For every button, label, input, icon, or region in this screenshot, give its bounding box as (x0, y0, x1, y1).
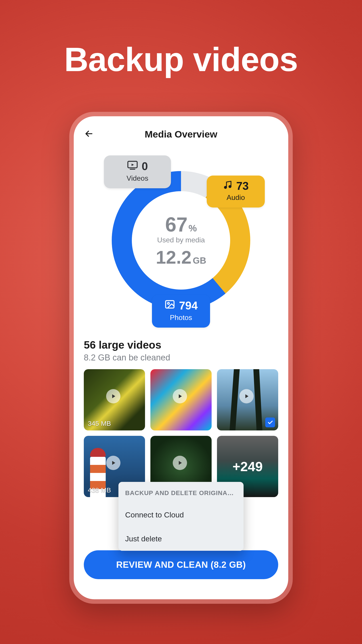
play-icon (239, 389, 254, 404)
category-card-photos[interactable]: 794 Photos (152, 295, 210, 328)
section-title: 56 large videos (84, 339, 278, 351)
photos-count: 794 (179, 299, 198, 312)
usage-total-value: 12.2 (156, 247, 192, 268)
videos-count: 0 (142, 160, 148, 173)
video-thumb[interactable]: 345 MB (84, 369, 145, 430)
media-usage-chart: 67% Used by media 12.2GB 0 Videos (74, 146, 288, 325)
video-thumb[interactable] (150, 369, 212, 430)
photo-icon (164, 299, 175, 312)
audio-label: Audio (227, 194, 245, 202)
svg-point-2 (229, 186, 231, 188)
usage-percent-value: 67 (165, 213, 187, 236)
review-clean-button[interactable]: REVIEW AND CLEAN (8.2 GB) (84, 550, 278, 579)
app-screen: Media Overview 67% Used by media 12.2GB (74, 116, 288, 599)
percent-sign: % (188, 223, 197, 234)
context-menu-title: BACKUP AND DELETE ORIGINAL… (118, 482, 244, 503)
context-menu: BACKUP AND DELETE ORIGINAL… Connect to C… (118, 482, 244, 551)
usage-total-unit: GB (193, 256, 206, 266)
audio-count: 73 (236, 180, 249, 192)
usage-total: 12.2GB (156, 248, 206, 266)
large-videos-section: 56 large videos 8.2 GB can be cleaned (74, 325, 288, 362)
category-card-videos[interactable]: 0 Videos (104, 156, 171, 188)
video-thumb[interactable] (217, 369, 278, 430)
video-grid: 345 MB 438 MB 99 MB (74, 362, 288, 497)
usage-percent: 67% (165, 214, 197, 234)
menu-item-connect-cloud[interactable]: Connect to Cloud (118, 503, 244, 527)
play-icon (106, 456, 120, 470)
video-icon (127, 160, 138, 173)
more-count: +249 (232, 459, 263, 474)
checkbox-checked[interactable] (265, 418, 275, 427)
svg-point-1 (225, 186, 227, 188)
usage-caption: Used by media (157, 236, 205, 244)
hero-title: Backup videos (0, 40, 362, 79)
menu-item-just-delete[interactable]: Just delete (118, 527, 244, 551)
music-icon (223, 180, 233, 192)
video-size: 345 MB (88, 420, 111, 427)
play-icon (173, 389, 187, 404)
category-card-audio[interactable]: 73 Audio (207, 176, 265, 208)
play-icon (173, 456, 187, 470)
video-size: 438 MB (88, 486, 111, 494)
photos-label: Photos (170, 314, 192, 322)
screen-title: Media Overview (84, 129, 278, 140)
app-bar: Media Overview (74, 116, 288, 146)
section-subtitle: 8.2 GB can be cleaned (84, 353, 278, 362)
phone-frame: Media Overview 67% Used by media 12.2GB (69, 112, 293, 604)
videos-label: Videos (126, 174, 148, 182)
play-icon (106, 389, 120, 404)
svg-point-4 (168, 302, 169, 304)
